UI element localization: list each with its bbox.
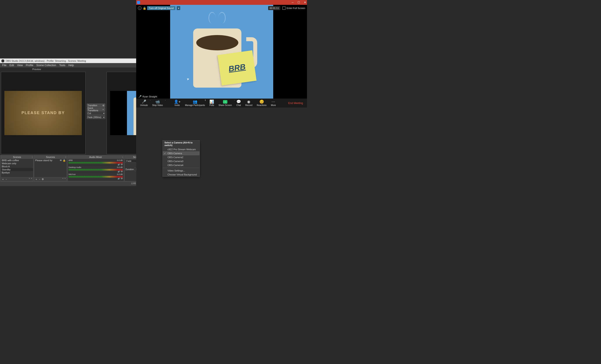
source-up-button[interactable]: ˄ — [62, 178, 64, 181]
fullscreen-button[interactable]: Enter Full Screen — [282, 7, 305, 10]
invite-button[interactable]: 👤+ Invite — [172, 99, 183, 107]
menu-view[interactable]: View — [16, 63, 24, 67]
zoom-video-area: BRB 🎤 Ryan Straight — [136, 5, 307, 99]
mixer-header: Audio Mixer▪ — [68, 155, 124, 159]
encryption-lock-icon[interactable]: 🔒 — [143, 7, 146, 10]
scenes-list: BRB with coffee Webcam only Block A Stan… — [1, 159, 33, 177]
eye-icon[interactable]: 👁 — [60, 159, 62, 162]
video-icon: 📹 — [155, 100, 160, 104]
share-icon: ↑ — [223, 100, 227, 104]
cut-label: Cut — [88, 112, 91, 115]
virtual-background-option[interactable]: Choose Virtual Background — [163, 172, 200, 177]
stop-video-button[interactable]: 📹 Stop Video ˄ — [150, 99, 165, 107]
menu-scene-collection[interactable]: Scene Collection — [35, 63, 58, 67]
chat-button[interactable]: 💬 Chat — [234, 99, 243, 107]
scene-item[interactable]: BRB with coffee — [1, 159, 33, 162]
camera-option[interactable]: OBS-Camera4 — [163, 163, 200, 167]
menu-file[interactable]: File — [1, 63, 8, 67]
participants-button[interactable]: 👥 Manage Participants 1 — [183, 99, 207, 107]
minimize-button[interactable]: ─ — [292, 1, 294, 4]
mic-icon: 🎤 — [142, 100, 146, 104]
scene-item[interactable]: Webcam only — [1, 162, 33, 165]
meeting-timer: 00:01:11 — [268, 6, 280, 10]
plus-icon[interactable] — [102, 108, 104, 111]
mic-muted-icon: 🎤 — [138, 95, 142, 98]
chevron-down-icon — [103, 116, 104, 118]
zoom-titlebar[interactable]: ─ ☐ ✕ — [136, 0, 307, 5]
chevron-up-icon[interactable]: ˄ — [165, 100, 166, 102]
source-settings-button[interactable]: ⚙ — [42, 178, 44, 181]
volume-meter — [69, 176, 123, 178]
popout-icon[interactable]: ▪ — [122, 156, 123, 158]
steam-icon — [209, 12, 228, 25]
video-settings-option[interactable]: Video Settings... — [163, 169, 200, 172]
video-feed[interactable]: BRB — [170, 5, 273, 99]
transition-button[interactable]: Transition — [87, 104, 105, 107]
stop-video-label: Stop Video — [152, 104, 163, 106]
track-db: 0.0 dB — [117, 166, 123, 168]
menu-tools[interactable]: Tools — [58, 63, 67, 67]
lock-icon[interactable]: 🔒 — [63, 159, 66, 162]
popout-icon[interactable]: ▪ — [65, 156, 66, 158]
add-scene-button[interactable]: ＋ — [2, 178, 4, 181]
menu-help[interactable]: Help — [67, 63, 75, 67]
remove-source-button[interactable]: － — [38, 178, 41, 181]
original-sound-dropdown[interactable] — [177, 6, 180, 10]
popout-icon[interactable]: ▪ — [32, 156, 32, 158]
fade-dropdown[interactable]: Fade (300ms) — [87, 115, 105, 119]
participants-count: 1 — [205, 99, 206, 101]
menu-edit[interactable]: Edit — [8, 63, 15, 67]
share-label: Share Screen — [219, 104, 232, 106]
quick-transitions-button[interactable]: Quick Transitions — [87, 107, 105, 111]
record-icon: ◉ — [247, 100, 250, 104]
scene-item[interactable]: Standby — [1, 168, 33, 171]
scene-item[interactable]: Block A — [1, 165, 33, 168]
menu-profile[interactable]: Profile — [25, 63, 35, 67]
reactions-label: Reactions — [257, 104, 266, 106]
track-db: 0.0 dB — [117, 173, 123, 175]
fade-label: Fade (300ms) — [88, 116, 101, 118]
end-meeting-button[interactable]: End Meeting — [286, 102, 305, 105]
record-button[interactable]: ◉ Record — [243, 99, 255, 107]
polls-button[interactable]: 📊 Polls — [207, 99, 216, 107]
scenes-footer: ＋ － ˄ ˅ — [1, 177, 33, 181]
coffee-mug-image: BRB — [193, 20, 250, 88]
camera-menu-header: Select a Camera (Alt+N to switch) — [163, 140, 200, 147]
original-sound-button[interactable]: Turn off Original Sound — [147, 6, 175, 10]
scene-up-button[interactable]: ˄ — [29, 178, 30, 181]
camera-option[interactable]: OBS-Camera3 — [163, 159, 200, 163]
camera-option[interactable]: OBS-Camera — [163, 151, 200, 155]
close-button[interactable]: ✕ — [304, 1, 306, 4]
track-name: Mic/Aux — [69, 173, 76, 175]
window-controls: ─ ☐ ✕ — [292, 1, 306, 4]
cut-dropdown[interactable]: Cut — [87, 112, 105, 115]
chat-icon: 💬 — [236, 100, 241, 104]
more-button[interactable]: ⋯ More — [269, 99, 278, 107]
add-source-button[interactable]: ＋ — [35, 178, 38, 181]
camera-option[interactable]: c922 Pro Stream Webcam — [163, 147, 200, 151]
volume-meter — [69, 162, 123, 163]
preview-label: Preview — [32, 68, 41, 70]
participants-icon: 👥 — [193, 100, 197, 104]
camera-option[interactable]: OBS-Camera2 — [163, 155, 200, 159]
zoom-app-icon — [137, 1, 140, 4]
source-item[interactable]: Please stand by👁🔒 — [34, 159, 66, 162]
info-icon[interactable]: i — [138, 6, 141, 10]
fullscreen-label: Enter Full Screen — [287, 7, 305, 10]
invite-label: Invite — [175, 104, 180, 106]
scene-item[interactable]: Byebye — [1, 171, 33, 174]
record-label: Record — [245, 104, 252, 106]
unmute-label: Unmute — [140, 104, 148, 106]
mixer-body: BRB0.0 dB 🔊⚙ Desktop Audio0.0 dB 🔊⚙ Mic/… — [68, 159, 124, 181]
sources-list: Please stand by👁🔒 — [34, 159, 66, 177]
source-down-button[interactable]: ˅ — [64, 178, 66, 181]
reactions-button[interactable]: 😊 Reactions — [255, 99, 269, 107]
gear-icon[interactable] — [102, 104, 104, 107]
preview-pane-left[interactable]: PLEASE STAND BY — [1, 72, 86, 154]
maximize-button[interactable]: ☐ — [298, 1, 300, 4]
unmute-button[interactable]: 🎤 Unmute ˄ — [138, 99, 150, 107]
share-screen-button[interactable]: ↑ Share Screen ˄ — [216, 99, 234, 107]
scene-down-button[interactable]: ˅ — [31, 178, 32, 181]
remove-scene-button[interactable]: － — [5, 178, 8, 181]
sources-footer: ＋ － ⚙ ˄ ˅ — [34, 177, 66, 181]
